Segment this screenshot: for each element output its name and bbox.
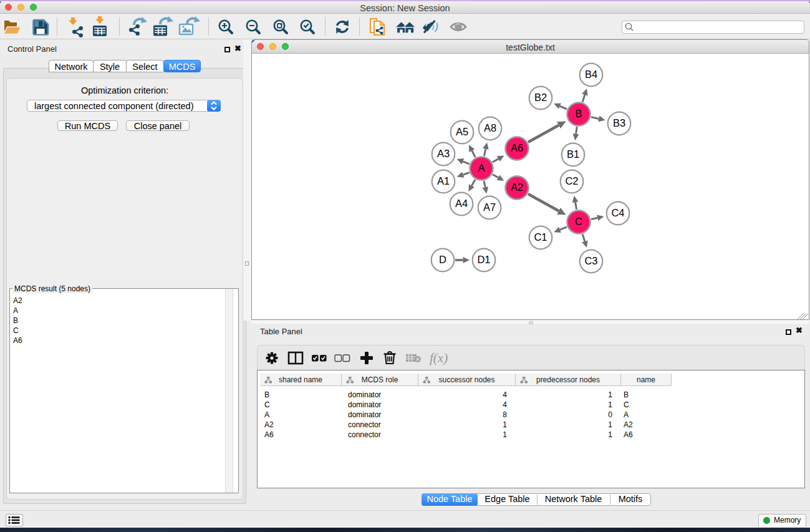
svg-text:A2: A2 <box>511 181 523 193</box>
svg-text:C1: C1 <box>534 231 547 243</box>
svg-text:B: B <box>575 108 582 119</box>
svg-text:A6: A6 <box>511 142 523 153</box>
svg-text:C3: C3 <box>584 255 597 266</box>
svg-text:C4: C4 <box>611 207 624 218</box>
svg-text:B3: B3 <box>613 117 625 128</box>
svg-text:B1: B1 <box>567 148 579 160</box>
svg-text:A4: A4 <box>455 198 468 209</box>
svg-text:D: D <box>439 254 446 265</box>
svg-text:f(x): f(x) <box>430 351 448 365</box>
svg-text:A5: A5 <box>456 126 468 137</box>
svg-text:A7: A7 <box>483 201 496 213</box>
svg-text:A8: A8 <box>484 122 496 133</box>
svg-text:B2: B2 <box>534 92 547 103</box>
svg-text:A: A <box>478 162 485 173</box>
svg-text:C2: C2 <box>565 175 578 186</box>
svg-text:A1: A1 <box>437 175 450 186</box>
svg-text:B4: B4 <box>585 69 597 80</box>
svg-text:C: C <box>575 216 582 227</box>
svg-text:A3: A3 <box>437 148 450 159</box>
svg-text:D1: D1 <box>477 254 490 265</box>
